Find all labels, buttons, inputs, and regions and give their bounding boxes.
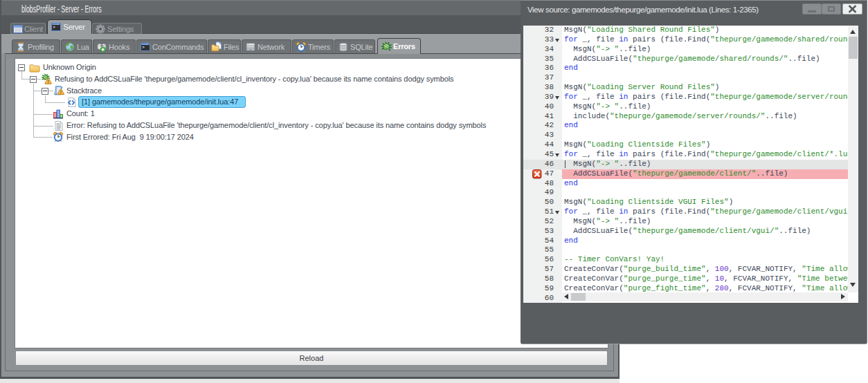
svg-text:>: >: [53, 25, 55, 29]
svg-text:>: >: [142, 44, 144, 48]
